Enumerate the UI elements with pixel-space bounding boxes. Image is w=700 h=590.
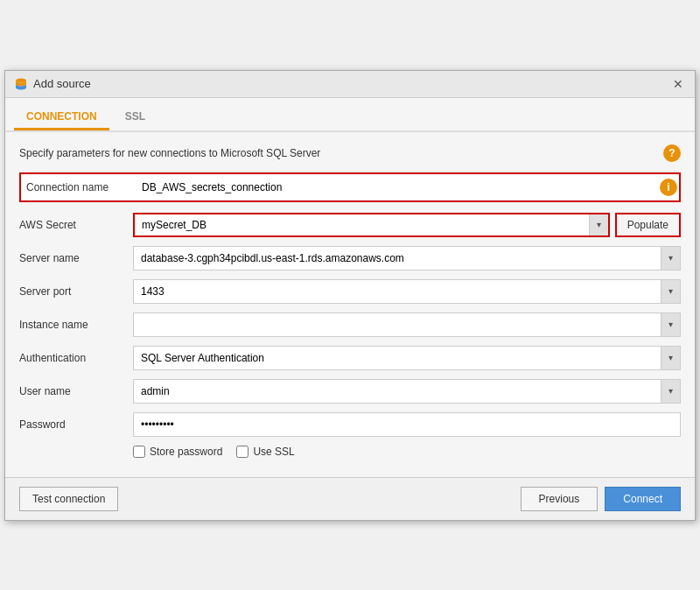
tab-connection[interactable]: CONNECTION	[14, 105, 109, 130]
instance-name-input[interactable]	[134, 313, 661, 336]
password-label: Password	[19, 418, 133, 431]
authentication-input[interactable]	[134, 347, 661, 369]
close-icon: ✕	[673, 77, 683, 91]
help-icon-button[interactable]: ?	[663, 144, 681, 162]
title-bar-left: Add source	[14, 77, 91, 91]
connection-name-row: Connection name i	[19, 172, 681, 202]
server-name-arrow[interactable]: ▾	[661, 247, 680, 270]
description-row: Specify parameters for new connections t…	[19, 144, 681, 162]
tab-bar: CONNECTION SSL	[5, 98, 695, 132]
instance-name-row: Instance name ▾	[19, 313, 681, 337]
instance-name-label: Instance name	[19, 319, 133, 331]
add-source-dialog: Add source ✕ CONNECTION SSL Specify para…	[4, 70, 696, 521]
title-bar: Add source ✕	[5, 71, 695, 98]
svg-point-0	[16, 78, 26, 82]
server-name-dropdown: ▾	[133, 246, 681, 270]
dialog-title: Add source	[33, 77, 91, 90]
store-password-label: Store password	[150, 446, 222, 458]
checkbox-row: Store password Use SSL	[133, 446, 681, 458]
user-name-dropdown: ▾	[133, 379, 681, 404]
user-name-arrow[interactable]: ▾	[661, 380, 680, 403]
populate-button[interactable]: Populate	[615, 213, 681, 237]
server-port-input[interactable]	[134, 280, 661, 303]
footer: Test connection Previous Connect	[5, 477, 695, 520]
aws-secret-row: AWS Secret ▾ Populate	[19, 213, 681, 237]
footer-left: Test connection	[19, 487, 118, 511]
authentication-arrow[interactable]: ▾	[661, 347, 680, 369]
connection-name-info-icon[interactable]: i	[660, 179, 677, 196]
store-password-item[interactable]: Store password	[133, 446, 222, 458]
use-ssl-item[interactable]: Use SSL	[236, 446, 294, 458]
server-port-arrow[interactable]: ▾	[661, 280, 680, 303]
aws-secret-select-wrap: ▾	[133, 213, 610, 237]
server-port-label: Server port	[19, 285, 133, 298]
use-ssl-label: Use SSL	[253, 446, 294, 458]
server-name-row: Server name ▾	[19, 246, 681, 270]
tab-ssl[interactable]: SSL	[113, 105, 158, 130]
server-name-label: Server name	[19, 252, 133, 264]
close-button[interactable]: ✕	[670, 76, 686, 92]
user-name-row: User name ▾	[19, 379, 681, 404]
authentication-row: Authentication ▾	[19, 346, 681, 370]
server-port-row: Server port ▾	[19, 279, 681, 304]
server-port-dropdown: ▾	[133, 279, 681, 304]
description-text: Specify parameters for new connections t…	[19, 147, 320, 159]
dialog-icon	[14, 77, 28, 91]
connect-button[interactable]: Connect	[605, 487, 681, 511]
aws-secret-arrow[interactable]: ▾	[589, 214, 608, 235]
instance-name-dropdown: ▾	[133, 313, 681, 337]
connection-name-label: Connection name	[23, 181, 136, 193]
aws-secret-input[interactable]	[135, 214, 589, 235]
store-password-checkbox[interactable]	[133, 446, 145, 458]
form-content: Specify parameters for new connections t…	[5, 132, 695, 477]
use-ssl-checkbox[interactable]	[236, 446, 248, 458]
connection-name-input[interactable]	[136, 176, 654, 199]
test-connection-button[interactable]: Test connection	[19, 487, 118, 511]
password-input[interactable]	[133, 412, 681, 437]
user-name-input[interactable]	[134, 380, 661, 403]
server-name-input[interactable]	[134, 247, 661, 270]
password-row: Password	[19, 412, 681, 437]
previous-button[interactable]: Previous	[521, 487, 598, 511]
footer-right: Previous Connect	[521, 487, 681, 511]
authentication-dropdown: ▾	[133, 346, 681, 370]
aws-secret-label: AWS Secret	[19, 219, 133, 231]
user-name-label: User name	[19, 385, 133, 397]
authentication-label: Authentication	[19, 352, 133, 364]
instance-name-arrow[interactable]: ▾	[661, 313, 680, 336]
